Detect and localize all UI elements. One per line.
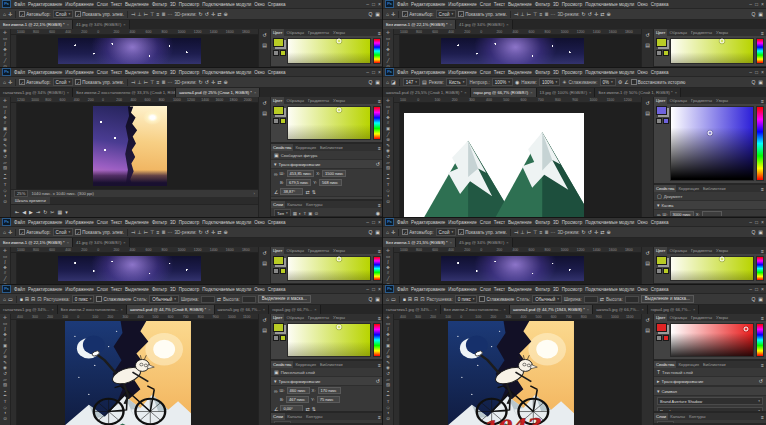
properties-tab-2[interactable]: Библиотеки bbox=[701, 361, 728, 368]
collapsed-comments-panel-icon[interactable]: ▤ bbox=[645, 110, 650, 116]
style-dropdown[interactable]: Обычный bbox=[149, 295, 179, 303]
3d-drag-icon[interactable]: ✛ bbox=[211, 79, 215, 85]
menu-item-11[interactable]: Справка bbox=[268, 70, 286, 75]
menu-item-8[interactable]: Просмотр bbox=[562, 2, 583, 7]
document-tab-0[interactable]: Без имени-1 @ 22,1% (RGB/8) * bbox=[0, 238, 73, 247]
workspace-switcher-icon[interactable]: ▣ bbox=[758, 79, 763, 85]
filter-smart-objects-icon[interactable]: ⊙ bbox=[314, 211, 318, 216]
align-left-icon[interactable]: ⊣ bbox=[131, 11, 135, 17]
3d-scale-icon[interactable]: ⊕ bbox=[606, 11, 610, 17]
menu-item-9[interactable]: Подключаемые модули bbox=[585, 2, 634, 7]
color-panel-tab-2[interactable]: Градиенты bbox=[689, 314, 714, 321]
menu-item-4[interactable]: Текст bbox=[494, 2, 505, 7]
search-icon[interactable]: Q bbox=[751, 296, 755, 302]
menu-item-5[interactable]: Выделение bbox=[508, 287, 532, 292]
collapsed-comments-panel-icon[interactable]: ▤ bbox=[262, 327, 267, 333]
layer-filter-type-dropdown[interactable]: Тип bbox=[274, 209, 291, 217]
y-value[interactable]: 568 пикс bbox=[319, 179, 342, 186]
menu-item-11[interactable]: Справка bbox=[651, 220, 669, 225]
align-top-icon[interactable]: ⊤ bbox=[533, 229, 537, 235]
document-tab-2[interactable]: школа4.psd @ 44,7% (1943, RGB/8) * bbox=[510, 305, 593, 314]
intersect-selection-icon[interactable]: ⊡ bbox=[37, 296, 41, 302]
layers-tab-0[interactable]: Слои bbox=[271, 201, 285, 208]
menu-item-11[interactable]: Справка bbox=[651, 287, 669, 292]
properties-tab-2[interactable]: Библиотеки bbox=[318, 144, 345, 151]
menu-item-0[interactable]: Файл bbox=[14, 70, 25, 75]
foreground-color-swatch[interactable] bbox=[273, 106, 284, 115]
3d-rotate-icon[interactable]: ↻ bbox=[199, 229, 203, 235]
home-icon[interactable]: ⌂ bbox=[3, 296, 6, 302]
align-center-icon[interactable]: ⊥ bbox=[137, 79, 141, 85]
photoshop-app-icon[interactable]: Ps bbox=[385, 285, 394, 293]
align-top-icon[interactable]: ⊤ bbox=[150, 79, 154, 85]
menu-item-9[interactable]: Подключаемые модули bbox=[202, 220, 251, 225]
flow-dropdown[interactable]: 100% bbox=[539, 78, 560, 86]
photoshop-app-icon[interactable]: Ps bbox=[2, 68, 11, 76]
document-tab-1[interactable]: 41.jpg @ 34% (RGB/8#) bbox=[73, 20, 130, 29]
web-color-swatch-icon[interactable] bbox=[280, 268, 286, 274]
home-icon[interactable]: ⌂ bbox=[386, 79, 389, 85]
color-field[interactable] bbox=[287, 323, 371, 357]
height-field[interactable] bbox=[242, 296, 256, 303]
3d-slide-icon[interactable]: ⇄ bbox=[217, 229, 221, 235]
y-value[interactable]: 75 пикс bbox=[317, 396, 340, 403]
more-align-options-icon[interactable]: ⋯ bbox=[168, 229, 173, 235]
photoshop-app-icon[interactable]: Ps bbox=[2, 0, 11, 8]
align-right-icon[interactable]: ⊢ bbox=[144, 11, 148, 17]
3d-slide-icon[interactable]: ⇄ bbox=[600, 11, 604, 17]
color-panel-tab-2[interactable]: Градиенты bbox=[306, 97, 331, 104]
document-tab-1[interactable]: 41.jpg @ 34% (RGB/8#) bbox=[456, 20, 513, 29]
menu-item-3[interactable]: Слои bbox=[97, 70, 108, 75]
properties-tab-0[interactable]: Свойства bbox=[654, 361, 676, 368]
color-panel-tab-3[interactable]: Узоры bbox=[714, 97, 730, 104]
color-picker-circle[interactable] bbox=[719, 257, 724, 262]
menu-item-3[interactable]: Слои bbox=[480, 220, 491, 225]
collapsed-history-panel-icon[interactable]: ↺ bbox=[645, 100, 649, 106]
foreground-color-swatch[interactable] bbox=[656, 256, 667, 265]
distribute-h-icon[interactable]: ≣ bbox=[544, 11, 548, 17]
align-left-icon[interactable]: ⊣ bbox=[514, 11, 518, 17]
color-field[interactable] bbox=[670, 106, 754, 181]
zoom-tool[interactable]: ⊙ bbox=[386, 199, 390, 205]
close-button[interactable]: × bbox=[378, 219, 381, 225]
new-selection-icon[interactable]: ■ bbox=[403, 296, 406, 302]
color-panel-tab-2[interactable]: Градиенты bbox=[689, 97, 714, 104]
autoselect-checkbox[interactable]: Автовыбор: bbox=[19, 229, 50, 235]
menu-item-4[interactable]: Текст bbox=[111, 70, 122, 75]
autoselect-target-dropdown[interactable]: Слой bbox=[436, 228, 457, 236]
menu-item-1[interactable]: Редактирование bbox=[411, 287, 445, 292]
distribute-v-icon[interactable]: ≡ bbox=[539, 229, 542, 235]
color-field[interactable] bbox=[670, 38, 754, 64]
close-button[interactable]: × bbox=[761, 219, 764, 225]
distribute-h-icon[interactable]: ≣ bbox=[161, 79, 165, 85]
menu-item-3[interactable]: Слои bbox=[480, 2, 491, 7]
menu-item-10[interactable]: Окно bbox=[254, 220, 264, 225]
menu-item-0[interactable]: Файл bbox=[397, 287, 408, 292]
vertical-ruler[interactable] bbox=[11, 320, 17, 425]
smoothing-dropdown[interactable]: 0% bbox=[600, 78, 616, 86]
align-left-icon[interactable]: ⊣ bbox=[131, 79, 135, 85]
select-and-mask-button[interactable]: Выделение и маска... bbox=[641, 295, 694, 303]
width-field[interactable] bbox=[584, 296, 598, 303]
document-tab-1[interactable]: Без имени-2 восстановлено... bbox=[441, 305, 510, 314]
color-picker-circle[interactable] bbox=[336, 324, 341, 329]
search-icon[interactable]: Q bbox=[368, 296, 372, 302]
menu-item-9[interactable]: Подключаемые модули bbox=[585, 287, 634, 292]
menu-item-1[interactable]: Редактирование bbox=[28, 287, 62, 292]
menu-item-5[interactable]: Выделение bbox=[125, 70, 149, 75]
minimize-button[interactable]: – bbox=[366, 69, 369, 75]
document-tab-2[interactable]: школа4.psd @ 25% (Слои 1, RGB/8) * bbox=[176, 88, 260, 97]
align-right-icon[interactable]: ⊢ bbox=[144, 79, 148, 85]
align-center-icon[interactable]: ⊥ bbox=[137, 11, 141, 17]
menu-item-4[interactable]: Текст bbox=[111, 287, 122, 292]
canvas-area[interactable] bbox=[394, 103, 641, 218]
flip-vertical-icon[interactable]: ⇅ bbox=[312, 189, 316, 195]
menu-item-2[interactable]: Изображение bbox=[65, 70, 93, 75]
collapsed-history-panel-icon[interactable]: ↺ bbox=[645, 250, 649, 256]
align-right-icon[interactable]: ⊢ bbox=[144, 229, 148, 235]
menu-item-11[interactable]: Справка bbox=[268, 287, 286, 292]
flip-vertical-icon[interactable]: ⇅ bbox=[312, 406, 316, 412]
menu-item-0[interactable]: Файл bbox=[14, 2, 25, 7]
minimize-button[interactable]: – bbox=[749, 219, 752, 225]
menu-item-9[interactable]: Подключаемые модули bbox=[202, 70, 251, 75]
